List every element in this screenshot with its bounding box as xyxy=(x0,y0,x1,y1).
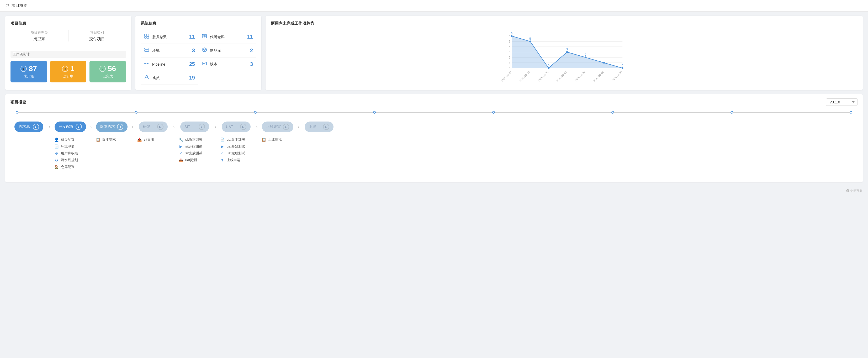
dot-line-2 xyxy=(257,112,373,113)
chart-container: 012345662020-05-2752020-05-2902020-05-31… xyxy=(271,30,858,83)
task-item-2-0: 📋 版本需求 xyxy=(95,136,128,143)
pipeline-stage-SIT: SIT ▶ 🔧 sit版本部署 ▶ sit开始测试 ✓ sit完成测试 xyxy=(176,121,213,163)
stage-icon-5: ▶ xyxy=(240,124,246,130)
stage-btn-1[interactable]: 开发配置 ▶ xyxy=(55,121,86,132)
stage-btn-4[interactable]: SIT ▶ xyxy=(180,121,209,132)
stage-tasks-6: 📋 上线审批 xyxy=(259,136,296,143)
svg-point-38 xyxy=(548,67,550,69)
svg-rect-0 xyxy=(145,34,147,36)
pipeline-dot-7 xyxy=(849,111,852,114)
stats-section-title: 工作项统计 xyxy=(10,51,126,58)
svg-text:2020-05-31: 2020-05-31 xyxy=(537,70,549,82)
svg-point-11 xyxy=(146,63,147,64)
task-text-1-1: 环境申请 xyxy=(61,144,74,149)
task-text-5-0: uat版本部署 xyxy=(227,137,245,142)
task-text-5-2: uat完成测试 xyxy=(227,151,245,156)
sys-item-环境: 环境 3 xyxy=(141,44,198,58)
sys-count-2: 3 xyxy=(192,48,195,54)
task-icon-1-0: 👤 xyxy=(54,138,59,142)
stage-btn-3[interactable]: 研发 ▶ xyxy=(139,121,168,132)
stage-icon-0: ▶ xyxy=(33,124,39,130)
task-icon-1-1: 📄 xyxy=(54,144,59,149)
stage-name-5: UAT xyxy=(226,125,233,129)
stage-tasks-3: 📤 sit提测 xyxy=(135,136,172,143)
stage-icon-3: ▶ xyxy=(157,124,163,130)
task-icon-1-2: ⚙ xyxy=(54,151,59,155)
stage-arrow-4: › xyxy=(213,124,218,130)
sys-name-4: Pipeline xyxy=(152,62,165,66)
task-item-5-3: ⬆ 上线申请 xyxy=(220,157,252,163)
sys-name-1: 代码仓库 xyxy=(210,35,225,39)
stage-header-6: 上线评审 ▶ xyxy=(262,121,293,132)
dot-line-3 xyxy=(376,112,492,113)
svg-text:5: 5 xyxy=(529,37,531,40)
svg-text:2: 2 xyxy=(509,56,510,59)
pipeline-stage-研发: 研发 ▶ 📤 sit提测 xyxy=(135,121,172,143)
project-overview-card: 项目概览 V3.1.0V3.0.0V2.0.0 需求池 ▶ › 开发配置 ▶ xyxy=(5,94,863,182)
chart-card: 两周内未完成工作项趋势 012345662020-05-2752020-05-2… xyxy=(266,16,863,90)
task-text-1-4: 仓库配置 xyxy=(61,165,74,169)
task-icon-4-0: 🔧 xyxy=(179,138,183,142)
pipeline-stage-版本需求: 版本需求 ⏸ 📋 版本需求 xyxy=(93,121,130,143)
svg-text:2020-06-06: 2020-06-06 xyxy=(593,70,604,82)
task-text-5-3: 上线申请 xyxy=(227,158,240,162)
pipeline-dot-5 xyxy=(611,111,614,114)
project-info-card: 项目信息 项目管理员 周卫东 项目类别 交付项目 工作项统计 ▶ 87 未开始 … xyxy=(5,16,131,90)
stage-btn-7[interactable]: 上线 ▶ xyxy=(305,121,334,132)
svg-point-10 xyxy=(145,63,146,64)
stage-btn-2[interactable]: 版本需求 ⏸ xyxy=(96,121,127,132)
trend-chart: 012345662020-05-2752020-05-2902020-05-31… xyxy=(271,30,858,83)
stage-header-3: 研发 ▶ xyxy=(139,121,168,132)
stage-icon-2: ⏸ xyxy=(117,124,123,130)
pipeline-stage-UAT: UAT ▶ 📄 uat版本部署 ▶ uat开始测试 ✓ uat完成测试 xyxy=(218,121,254,163)
stage-tasks-4: 🔧 sit版本部署 ▶ sit开始测试 ✓ sit完成测试 📤 uat提测 xyxy=(176,136,213,163)
sys-icon-env xyxy=(144,48,150,54)
version-select[interactable]: V3.1.0V3.0.0V2.0.0 xyxy=(826,98,858,106)
sys-icon-pipe xyxy=(144,61,150,67)
page-title: 项目概览 xyxy=(11,3,27,8)
stage-btn-5[interactable]: UAT ▶ xyxy=(222,121,251,132)
pipeline-stage-开发配置: 开发配置 ▶ 👤 成员配置 📄 环境申请 ⚙ 用户和权限 ⚙ xyxy=(52,121,89,170)
pipeline-dot-2 xyxy=(254,111,257,114)
stage-name-1: 开发配置 xyxy=(59,124,73,129)
task-icon-4-2: ✓ xyxy=(179,151,183,155)
pipeline-stage-wrapper-4: SIT ▶ 🔧 sit版本部署 ▶ sit开始测试 ✓ sit完成测试 xyxy=(176,121,218,163)
pipeline-dot-0 xyxy=(16,111,19,114)
svg-point-44 xyxy=(585,56,586,58)
task-item-4-3: 📤 uat提测 xyxy=(179,157,211,163)
manager-label: 项目管理员 xyxy=(16,30,63,35)
stat-box-进行中: ⏸ 1 进行中 xyxy=(50,61,87,82)
svg-point-41 xyxy=(566,51,568,53)
task-item-6-0: 📋 上线审批 xyxy=(261,136,294,143)
svg-text:5: 5 xyxy=(509,40,510,43)
stage-arrow-0: › xyxy=(47,124,52,130)
pipeline-container: 需求池 ▶ › 开发配置 ▶ 👤 成员配置 📄 环境申请 xyxy=(10,116,858,178)
svg-text:2020-06-04: 2020-06-04 xyxy=(575,70,586,82)
stat-box-已完成: ✓ 56 已完成 xyxy=(90,61,126,82)
task-icon-4-1: ▶ xyxy=(179,144,183,149)
stage-icon-1: ▶ xyxy=(75,124,82,130)
dot-line-5 xyxy=(614,112,731,113)
sys-item-代码仓库: 代码仓库 11 xyxy=(198,30,256,44)
stage-btn-6[interactable]: 上线评审 ▶ xyxy=(262,121,293,132)
pipeline-stage-wrapper-5: UAT ▶ 📄 uat版本部署 ▶ uat开始测试 ✓ uat完成测试 xyxy=(218,121,259,163)
pipeline-dot-4 xyxy=(492,111,495,114)
sys-item-制品库: 制品库 2 xyxy=(198,44,256,58)
svg-rect-3 xyxy=(147,36,149,38)
stage-btn-0[interactable]: 需求池 ▶ xyxy=(14,121,43,132)
category-value: 交付项目 xyxy=(74,36,121,41)
svg-text:3: 3 xyxy=(566,48,568,51)
task-item-5-0: 📄 uat版本部署 xyxy=(220,136,252,143)
pipeline-dot-1 xyxy=(135,111,137,114)
task-icon-3-0: 📤 xyxy=(137,138,142,142)
stage-tasks-1: 👤 成员配置 📄 环境申请 ⚙ 用户和权限 ⚙ 流水线规划 🏠 仓库配置 xyxy=(52,136,89,170)
svg-text:2020-06-02: 2020-06-02 xyxy=(556,70,567,82)
task-icon-1-3: ⚙ xyxy=(54,158,59,162)
system-info-card: 系统信息 服务总数 11 代码仓库 11 环境 3 制品库 2 Pipelin xyxy=(135,16,261,90)
task-item-1-2: ⚙ 用户和权限 xyxy=(54,150,87,157)
main-content: 项目信息 项目管理员 周卫东 项目类别 交付项目 工作项统计 ▶ 87 未开始 … xyxy=(0,11,868,187)
svg-point-9 xyxy=(148,51,148,51)
task-text-4-2: sit完成测试 xyxy=(185,151,202,156)
stage-header-7: 上线 ▶ xyxy=(305,121,334,132)
svg-rect-2 xyxy=(145,36,147,38)
